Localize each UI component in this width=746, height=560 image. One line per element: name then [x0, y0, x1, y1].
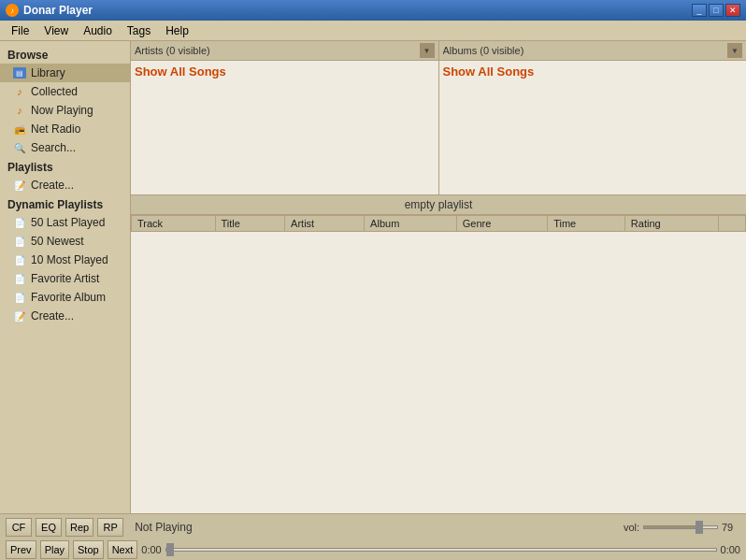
sidebar-item-now-playing[interactable]: ♪ Now Playing	[0, 101, 130, 120]
sidebar-label-collected: Collected	[31, 85, 78, 98]
sidebar-label-net-radio: Net Radio	[31, 122, 80, 136]
dynamic-icon-5: 📝	[13, 309, 26, 323]
window-controls: _ □ ✕	[692, 4, 740, 17]
artists-show-all[interactable]: Show All Songs	[135, 65, 435, 79]
sidebar-item-library[interactable]: ▤ Library	[0, 64, 130, 82]
artists-dropdown-arrow[interactable]: ▼	[420, 43, 435, 58]
time-end: 0:00	[721, 544, 740, 555]
title-bar: ♪ Donar Player _ □ ✕	[0, 0, 746, 21]
sidebar-item-favorite-album[interactable]: 📄 Favorite Album	[0, 288, 130, 307]
search-icon: 🔍	[13, 141, 26, 154]
sidebar-item-create-dynamic[interactable]: 📝 Create...	[0, 307, 130, 325]
create-playlist-icon: 📝	[13, 179, 26, 192]
dynamic-icon-2: 📄	[13, 253, 26, 266]
col-time: Time	[548, 216, 625, 232]
close-button[interactable]: ✕	[725, 4, 740, 17]
dynamic-playlists-header: Dynamic Playlists	[0, 194, 130, 213]
sidebar-item-50-last-played[interactable]: 📄 50 Last Played	[0, 213, 130, 232]
menu-bar: File View Audio Tags Help	[0, 21, 746, 41]
play-button[interactable]: Play	[40, 540, 69, 559]
playlist-table: Track Title Artist Album Genre Time Rati…	[131, 215, 746, 513]
vol-label: vol:	[624, 522, 639, 533]
sidebar-item-collected[interactable]: ♪ Collected	[0, 82, 130, 101]
progress-slider[interactable]	[165, 548, 717, 552]
dynamic-icon-4: 📄	[13, 291, 26, 304]
albums-show-all[interactable]: Show All Songs	[443, 65, 743, 79]
col-extra	[718, 216, 745, 232]
main-layout: Browse ▤ Library ♪ Collected ♪ Now Playi…	[0, 41, 746, 513]
artists-dropdown[interactable]: Artists (0 visible)	[135, 45, 416, 56]
prev-button[interactable]: Prev	[6, 540, 36, 559]
menu-file[interactable]: File	[4, 22, 36, 39]
sidebar-label-create-playlist: Create...	[31, 179, 74, 192]
col-rating: Rating	[624, 216, 718, 232]
albums-browser-header: Albums (0 visible) ▼	[439, 41, 747, 61]
rp-button[interactable]: RP	[97, 518, 123, 537]
menu-tags[interactable]: Tags	[120, 22, 158, 39]
col-album: Album	[365, 216, 457, 232]
stop-button[interactable]: Stop	[73, 540, 104, 559]
albums-browser-content: Show All Songs	[439, 61, 747, 194]
maximize-button[interactable]: □	[709, 4, 724, 17]
now-playing-label: Not Playing	[127, 521, 620, 534]
controls-row2: Prev Play Stop Next 0:00 0:00	[0, 538, 746, 560]
albums-browser: Albums (0 visible) ▼ Show All Songs	[439, 41, 747, 194]
sidebar: Browse ▤ Library ♪ Collected ♪ Now Playi…	[0, 41, 131, 513]
next-button[interactable]: Next	[108, 540, 138, 559]
sidebar-label-search: Search...	[31, 141, 76, 154]
artists-browser-header: Artists (0 visible) ▼	[131, 41, 438, 61]
time-start: 0:00	[141, 544, 161, 555]
playlists-header: Playlists	[0, 157, 130, 176]
content-area: Artists (0 visible) ▼ Show All Songs Alb…	[131, 41, 746, 513]
playlist-area: empty playlist Track Title Artist Album …	[131, 195, 746, 513]
sidebar-label-favorite-album: Favorite Album	[31, 291, 106, 304]
cf-button[interactable]: CF	[6, 518, 32, 537]
menu-view[interactable]: View	[36, 22, 76, 39]
sidebar-item-favorite-artist[interactable]: 📄 Favorite Artist	[0, 269, 130, 288]
sidebar-item-create-playlist[interactable]: 📝 Create...	[0, 176, 130, 194]
artists-browser-content: Show All Songs	[131, 61, 438, 194]
controls-row1: CF EQ Rep RP Not Playing vol: 79	[0, 514, 746, 538]
sidebar-item-search[interactable]: 🔍 Search...	[0, 138, 130, 157]
library-icon: ▤	[13, 66, 26, 79]
window-title: Donar Player	[23, 4, 93, 17]
rep-button[interactable]: Rep	[65, 518, 93, 537]
sidebar-label-favorite-artist: Favorite Artist	[31, 272, 99, 285]
vol-value: 79	[722, 522, 740, 533]
albums-dropdown-arrow[interactable]: ▼	[727, 43, 742, 58]
browse-header: Browse	[0, 45, 130, 64]
dynamic-icon-1: 📄	[13, 235, 26, 248]
sidebar-label-create-dynamic: Create...	[31, 309, 74, 323]
browsers: Artists (0 visible) ▼ Show All Songs Alb…	[131, 41, 746, 195]
col-artist: Artist	[285, 216, 365, 232]
menu-help[interactable]: Help	[158, 22, 196, 39]
sidebar-label-now-playing: Now Playing	[31, 104, 93, 117]
sidebar-item-net-radio[interactable]: 📻 Net Radio	[0, 120, 130, 138]
collected-icon: ♪	[13, 85, 26, 98]
col-track: Track	[132, 216, 216, 232]
albums-dropdown[interactable]: Albums (0 visible)	[443, 45, 724, 56]
dynamic-icon-3: 📄	[13, 272, 26, 285]
dynamic-icon-0: 📄	[13, 216, 26, 229]
app-icon: ♪	[6, 4, 19, 17]
sidebar-label-50-newest: 50 Newest	[31, 235, 84, 248]
minimize-button[interactable]: _	[692, 4, 707, 17]
playlist-status: empty playlist	[131, 195, 746, 215]
artists-browser: Artists (0 visible) ▼ Show All Songs	[131, 41, 439, 194]
now-playing-icon: ♪	[13, 104, 26, 117]
menu-audio[interactable]: Audio	[76, 22, 120, 39]
col-title: Title	[215, 216, 285, 232]
col-genre: Genre	[456, 216, 547, 232]
bottom-bar: CF EQ Rep RP Not Playing vol: 79 Prev Pl…	[0, 513, 746, 560]
eq-button[interactable]: EQ	[36, 518, 62, 537]
sidebar-label-50-last-played: 50 Last Played	[31, 216, 105, 229]
sidebar-item-50-newest[interactable]: 📄 50 Newest	[0, 232, 130, 251]
sidebar-label-10-most-played: 10 Most Played	[31, 253, 108, 266]
sidebar-label-library: Library	[31, 66, 65, 79]
net-radio-icon: 📻	[13, 122, 26, 136]
sidebar-item-10-most-played[interactable]: 📄 10 Most Played	[0, 251, 130, 269]
volume-slider[interactable]	[643, 525, 718, 529]
